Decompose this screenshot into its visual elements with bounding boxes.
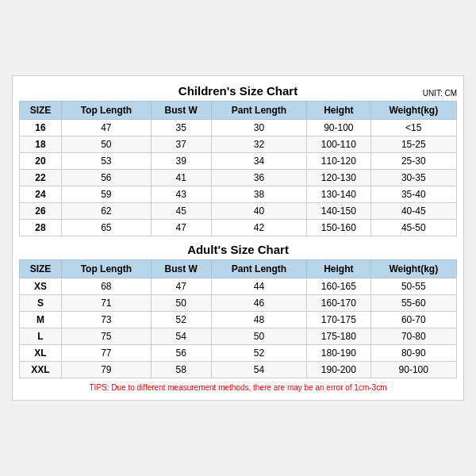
table-cell: 34: [211, 153, 306, 170]
table-row: 26624540140-15040-45: [20, 203, 457, 220]
table-cell: XL: [20, 345, 62, 362]
table-cell: 47: [62, 120, 152, 136]
table-cell: 62: [62, 203, 152, 220]
table-cell: 110-120: [307, 153, 370, 170]
table-cell: 75: [62, 328, 152, 345]
table-cell: 43: [151, 186, 211, 203]
adults-col-top-length: Top Length: [62, 260, 152, 278]
table-cell: 47: [151, 220, 211, 236]
table-cell: 18: [20, 136, 62, 153]
table-cell: 50: [151, 295, 211, 312]
table-cell: 130-140: [307, 186, 370, 203]
table-cell: XXL: [20, 362, 62, 378]
table-cell: 24: [20, 186, 62, 203]
table-cell: 53: [62, 153, 152, 170]
table-cell: 180-190: [307, 345, 370, 362]
table-cell: 40: [211, 203, 306, 220]
table-cell: 45: [151, 203, 211, 220]
table-cell: 56: [62, 170, 152, 186]
table-cell: 37: [151, 136, 211, 153]
unit-label: UNIT: CM: [423, 89, 457, 98]
tips-text: TIPS: Due to different measurement metho…: [19, 383, 457, 392]
table-cell: L: [20, 328, 62, 345]
children-size-table: SIZE Top Length Bust W Pant Length Heigh…: [19, 101, 457, 236]
table-row: 1647353090-100<15: [20, 120, 457, 136]
table-cell: 90-100: [370, 362, 456, 378]
table-cell: 80-90: [370, 345, 456, 362]
adults-col-bust-w: Bust W: [151, 260, 211, 278]
table-cell: XS: [20, 278, 62, 295]
table-cell: 59: [62, 186, 152, 203]
table-cell: 22: [20, 170, 62, 186]
table-cell: <15: [370, 120, 456, 136]
table-cell: 44: [211, 278, 306, 295]
table-row: 20533934110-12025-30: [20, 153, 457, 170]
table-row: XS684744160-16550-55: [20, 278, 457, 295]
table-cell: 28: [20, 220, 62, 236]
children-col-top-length: Top Length: [62, 102, 152, 120]
table-cell: 50: [62, 136, 152, 153]
table-row: XXL795854190-20090-100: [20, 362, 457, 378]
table-cell: 35: [151, 120, 211, 136]
children-col-pant-length: Pant Length: [211, 102, 306, 120]
children-title-row: Children's Size Chart UNIT: CM: [19, 84, 457, 98]
table-cell: 32: [211, 136, 306, 153]
table-cell: 77: [62, 345, 152, 362]
table-cell: 30-35: [370, 170, 456, 186]
table-cell: 150-160: [307, 220, 370, 236]
adults-col-size: SIZE: [20, 260, 62, 278]
table-cell: 15-25: [370, 136, 456, 153]
table-cell: 170-175: [307, 312, 370, 328]
table-cell: 52: [211, 345, 306, 362]
table-cell: 58: [151, 362, 211, 378]
table-cell: 16: [20, 120, 62, 136]
children-tbody: 1647353090-100<1518503732100-11015-25205…: [20, 120, 457, 236]
table-row: 28654742150-16045-50: [20, 220, 457, 236]
table-cell: 73: [62, 312, 152, 328]
table-cell: 160-165: [307, 278, 370, 295]
adults-section: Adult's Size Chart SIZE Top Length Bust …: [19, 243, 457, 378]
table-cell: 36: [211, 170, 306, 186]
table-cell: 26: [20, 203, 62, 220]
children-col-height: Height: [307, 102, 370, 120]
adults-title-row: Adult's Size Chart: [19, 243, 457, 256]
table-cell: 54: [151, 328, 211, 345]
table-cell: 39: [151, 153, 211, 170]
adults-col-pant-length: Pant Length: [211, 260, 306, 278]
table-cell: 190-200: [307, 362, 370, 378]
table-cell: M: [20, 312, 62, 328]
children-col-bust-w: Bust W: [151, 102, 211, 120]
table-cell: 56: [151, 345, 211, 362]
table-row: 24594338130-14035-40: [20, 186, 457, 203]
table-row: 18503732100-11015-25: [20, 136, 457, 153]
chart-container: Children's Size Chart UNIT: CM SIZE Top …: [12, 75, 464, 401]
table-cell: 45-50: [370, 220, 456, 236]
table-row: 22564136120-13030-35: [20, 170, 457, 186]
table-row: S715046160-17055-60: [20, 295, 457, 312]
table-cell: 79: [62, 362, 152, 378]
adults-tbody: XS684744160-16550-55S715046160-17055-60M…: [20, 278, 457, 378]
table-cell: 55-60: [370, 295, 456, 312]
table-cell: 120-130: [307, 170, 370, 186]
table-cell: 50: [211, 328, 306, 345]
table-cell: 90-100: [307, 120, 370, 136]
table-cell: 46: [211, 295, 306, 312]
table-cell: 50-55: [370, 278, 456, 295]
table-cell: 30: [211, 120, 306, 136]
table-cell: 175-180: [307, 328, 370, 345]
table-cell: 42: [211, 220, 306, 236]
table-cell: 25-30: [370, 153, 456, 170]
table-row: M735248170-17560-70: [20, 312, 457, 328]
adults-header-row: SIZE Top Length Bust W Pant Length Heigh…: [20, 260, 457, 278]
table-cell: 52: [151, 312, 211, 328]
table-cell: 48: [211, 312, 306, 328]
adults-col-weight: Weight(kg): [370, 260, 456, 278]
table-cell: 100-110: [307, 136, 370, 153]
table-cell: 41: [151, 170, 211, 186]
adults-size-table: SIZE Top Length Bust W Pant Length Heigh…: [19, 259, 457, 378]
adults-title: Adult's Size Chart: [187, 243, 289, 256]
children-col-weight: Weight(kg): [370, 102, 456, 120]
table-cell: 71: [62, 295, 152, 312]
table-row: XL775652180-19080-90: [20, 345, 457, 362]
table-cell: 60-70: [370, 312, 456, 328]
